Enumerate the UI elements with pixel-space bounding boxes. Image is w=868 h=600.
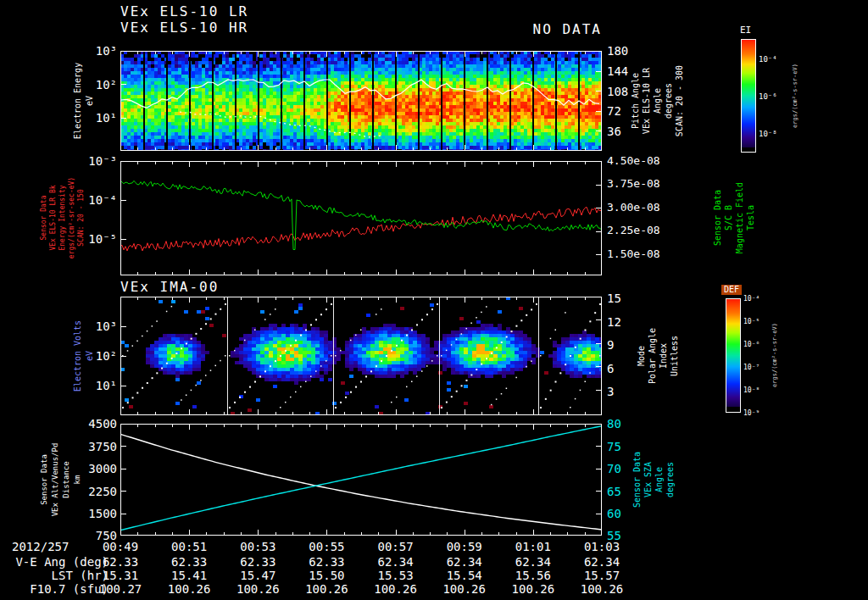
info-row-value: 100.26 [506, 582, 560, 596]
y-tick-label: 4500 [64, 417, 117, 431]
panel2-right-axis-label: Magnetic Field [736, 182, 744, 253]
colorbar-tick-label: 10⁻⁵ [743, 318, 772, 325]
panel2-y-axis-label: SCAN: 20 - 150 [78, 189, 85, 246]
y-tick-label: 3000 [64, 462, 117, 475]
panel1-y-axis-label: Electron Energy [74, 63, 82, 139]
panel4-y-axis-label: Sensor Data [41, 454, 48, 505]
panel1-title-lr: VEx ELS-10 LR [120, 4, 248, 19]
panel3-right-axis-label: Unitless [670, 336, 679, 376]
panel1-title-hr: VEx ELS-10 HR [120, 20, 248, 36]
info-row-value: 15.57 [575, 569, 629, 582]
info-row-value: 100.26 [369, 582, 423, 596]
panel3-y-axis-label: Electron Volts [74, 320, 82, 392]
time-tick-label: 00:59 [437, 540, 492, 553]
colorbar-tick-label: 10⁻⁶ [743, 341, 772, 348]
info-row-value: 15.54 [437, 569, 492, 582]
y-tick-label: 1500 [64, 507, 117, 520]
colorbar3-title: DEF [721, 285, 742, 295]
panel4-right-axis-label: degrees [666, 462, 675, 497]
time-tick-label: 01:01 [506, 540, 560, 553]
panel3-right-axis-label: Index [659, 343, 668, 369]
panel2-right-axis-label: Tesla [747, 205, 755, 231]
time-tick-label: 00:57 [369, 540, 423, 553]
info-row-value: 15.31 [93, 569, 147, 582]
y-tick-label: 12 [607, 315, 641, 329]
colorbar-tick-label: 10⁻⁶ [759, 92, 789, 101]
info-row-value: 62.33 [93, 555, 147, 569]
panel2-y-axis-label: Sensor Data [41, 196, 47, 241]
panel2-y-axis-label: Energy Intensity [59, 185, 66, 250]
info-row-value: 100.26 [437, 582, 492, 596]
info-row-value: 15.56 [506, 569, 560, 582]
colorbar-tick-label: 10⁻⁸ [743, 386, 772, 394]
y-tick-label: 9 [607, 338, 641, 352]
panel1-right-axis-label: SCAN: 20 - 300 [676, 65, 684, 136]
colorbar-tick-label: 10⁻⁸ [759, 130, 789, 138]
time-tick-label: 00:49 [93, 540, 147, 553]
y-tick-label: 10³ [64, 44, 117, 58]
colorbar-tick-label: 10⁻⁷ [743, 364, 772, 371]
info-row-value: 100.26 [231, 582, 285, 596]
time-tick-label: 00:53 [231, 540, 285, 553]
ima-spectrogram-canvas [120, 297, 602, 415]
panel3-title: VEx IMA-00 [120, 280, 219, 295]
y-tick-label: 2.25e-08 [607, 225, 675, 237]
panel1-right-axis-label: Angle [654, 88, 662, 114]
info-row-value: 100.26 [299, 582, 353, 596]
y-tick-label: 1.50e-08 [607, 248, 675, 261]
panel1-y-axis-label: eV [86, 96, 94, 106]
info-row-value: 62.34 [437, 555, 492, 569]
info-row-value: 62.33 [162, 555, 216, 569]
info-row-value: 62.34 [506, 555, 560, 569]
intensity-bfield-plot-canvas [120, 161, 602, 275]
colorbar-tick-label: 10⁻⁴ [759, 55, 789, 64]
els-spectrogram-canvas [120, 51, 602, 151]
y-tick-label: 2250 [64, 485, 117, 498]
info-row-value: 15.50 [299, 569, 353, 582]
colorbar-tick-label: 10⁻⁴ [743, 295, 772, 303]
date-label: 2012/257 [12, 540, 69, 553]
panel3-right-axis-label: Mode [637, 346, 646, 366]
panel4-y-axis-label: Distance [63, 461, 70, 497]
panel1-right-axis-label: degrees [665, 83, 673, 119]
panel3-y-axis-label: eV [86, 351, 94, 361]
y-tick-label: 10⁻³ [64, 154, 117, 168]
panel4-right-axis-label: Sensor Data [633, 452, 642, 508]
y-tick-label: 6 [607, 362, 641, 375]
panel3-right-axis-label: Polar Angle [648, 328, 657, 384]
info-row-value: 15.47 [231, 569, 285, 582]
panel2-y-axis-label: VEx ELS-10 LR Bk [50, 185, 57, 250]
colorbar1-title: EI [740, 25, 751, 36]
colorbar-tick-label: 10⁻⁹ [743, 409, 772, 417]
y-tick-label: 15 [607, 292, 641, 305]
y-tick-label: 180 [607, 44, 649, 58]
panel1-right-axis-label: Pitch Angle [632, 73, 640, 129]
time-tick-label: 00:55 [299, 540, 353, 553]
altitude-sza-plot-canvas [120, 424, 602, 536]
time-tick-label: 01:03 [575, 540, 629, 553]
vex-science-display: VEx ELS-10 LR VEx ELS-10 HR NO DATA VEx … [0, 0, 868, 600]
panel4-y-axis-label: km [74, 475, 81, 485]
info-row-value: 100.26 [575, 582, 629, 596]
panel4-right-axis-label: VEx SZA [644, 462, 653, 497]
panel4-right-axis-label: Angle [655, 467, 664, 492]
colorbar1-units: ergs/(cm²-s-sr-eV) [793, 64, 798, 128]
info-row-value: 15.53 [369, 569, 423, 582]
info-row-value: 15.41 [162, 569, 216, 582]
ima-colorbar-canvas [726, 298, 741, 413]
y-tick-label: 3750 [64, 440, 117, 453]
info-row-value: 100.26 [162, 582, 216, 596]
colorbar3-units: ergs/(cm²-s-sr-eV) [772, 323, 778, 387]
info-row-value: 62.34 [369, 555, 423, 569]
info-row-value: 100.27 [93, 582, 147, 596]
els-colorbar-canvas [741, 39, 756, 153]
no-data-label: NO DATA [432, 22, 602, 37]
panel2-right-axis-label: S/C B [725, 205, 733, 231]
panel2-y-axis-label: ergs/(cm²-sr-sec-eV) [69, 177, 75, 258]
y-tick-label: 60 [607, 507, 641, 520]
panel1-right-axis-label: VEx ELS-10 LR [643, 68, 651, 134]
y-tick-label: 3 [607, 385, 641, 398]
y-tick-label: 3.00e-08 [607, 202, 675, 214]
info-row-value: 62.33 [299, 555, 353, 569]
y-tick-label: 80 [607, 417, 641, 431]
